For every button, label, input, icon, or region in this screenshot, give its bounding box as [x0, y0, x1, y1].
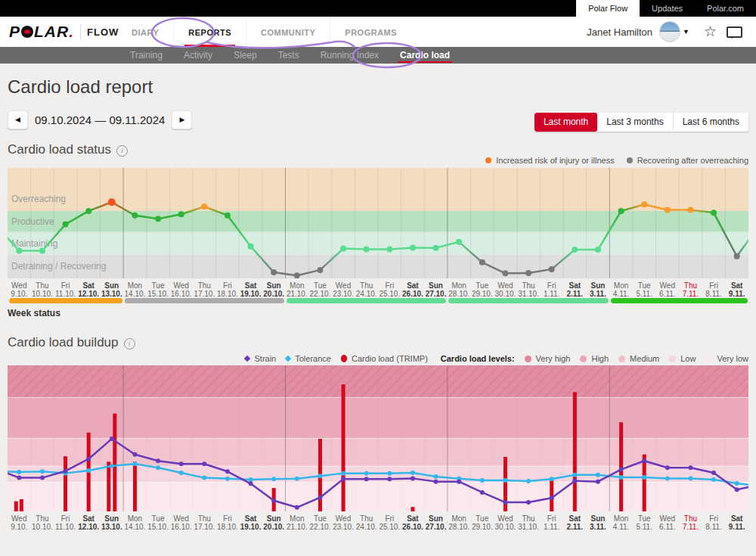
strain-point — [642, 458, 646, 463]
status-point — [16, 248, 22, 254]
subnav-item-training[interactable]: Training — [119, 47, 173, 64]
trimp-bar — [20, 499, 23, 511]
menu-item-community[interactable]: COMMUNITY — [246, 17, 330, 47]
day-label: Sat19.10. — [239, 281, 262, 298]
strain-point — [202, 461, 206, 466]
week-status-label: Week status — [8, 308, 60, 318]
subnav-item-tests[interactable]: Tests — [268, 47, 310, 64]
day-label: Sat26.10. — [401, 514, 424, 531]
day-label: Thu7.11. — [679, 281, 702, 298]
info-icon[interactable] — [124, 338, 135, 349]
subnav-item-cardio-load[interactable]: Cardio load — [389, 47, 460, 64]
status-point — [85, 208, 91, 214]
day-label: Tue29.10. — [470, 281, 494, 298]
week-status-bar — [9, 298, 122, 303]
strain-point — [550, 495, 554, 500]
band-label: Detraining / Recovering — [11, 261, 106, 272]
avatar[interactable] — [659, 21, 680, 42]
level-dot-icon — [580, 356, 587, 362]
day-label: Thu10.10. — [30, 281, 54, 298]
status-point — [572, 247, 578, 253]
menu-item-reports[interactable]: REPORTS — [173, 17, 246, 47]
status-point — [340, 246, 346, 252]
strain-point — [17, 476, 21, 480]
day-label: Sat2.11. — [563, 514, 587, 531]
legend-oval-icon — [341, 355, 347, 362]
day-label: Mon14.10. — [123, 514, 147, 531]
subnav-item-running-index[interactable]: Running Index — [310, 47, 389, 64]
chevron-down-icon: ▼ — [683, 28, 689, 36]
polar-logo[interactable]: PLAR. — [9, 23, 74, 41]
status-point — [456, 239, 462, 245]
level-legend-item: Low — [669, 354, 696, 363]
tolerance-point — [503, 478, 507, 483]
status-point — [687, 207, 693, 213]
strain-point — [711, 471, 716, 475]
day-label: Wed9.10. — [8, 281, 31, 298]
flow-label: FLOW — [87, 26, 119, 38]
next-period-button[interactable]: ▶ — [172, 110, 192, 129]
strain-point — [665, 465, 670, 470]
reports-subnav: Training Activity Sleep Tests Running In… — [0, 47, 756, 64]
site-tab-polar-flow[interactable]: Polar Flow — [576, 0, 640, 17]
logo-letter-p: P — [9, 23, 20, 40]
status-point — [248, 244, 254, 250]
day-label: Mon21.10. — [285, 514, 308, 531]
day-label: Sun13.10. — [100, 514, 123, 531]
last-3-months-button[interactable]: Last 3 months — [597, 113, 672, 132]
status-point — [665, 207, 671, 213]
strain-point — [735, 487, 739, 492]
menu-item-programs[interactable]: PROGRAMS — [330, 17, 411, 47]
day-label: Tue5.11. — [633, 514, 656, 531]
tolerance-point — [132, 461, 137, 466]
tolerance-point — [572, 473, 577, 477]
strain-point — [225, 469, 230, 474]
tolerance-point — [318, 474, 322, 478]
prev-period-button[interactable]: ◀ — [8, 110, 28, 129]
day-label: Sat9.11. — [725, 281, 748, 298]
strain-point — [110, 436, 114, 441]
menu-item-diary[interactable]: DIARY — [117, 17, 173, 47]
status-legend: Increased risk of injury or illnessRecov… — [485, 156, 748, 165]
day-label: Sat9.11. — [725, 514, 748, 531]
info-icon[interactable] — [116, 145, 128, 157]
day-label: Fri1.11. — [540, 281, 563, 298]
status-point — [479, 259, 485, 266]
strain-point — [619, 467, 624, 472]
day-label: Thu24.10. — [355, 514, 378, 531]
day-label: Thu10.10. — [30, 514, 54, 531]
day-label: Mon28.10. — [448, 281, 471, 298]
strain-point — [132, 452, 137, 457]
day-label: Wed6.11. — [655, 514, 679, 531]
strain-point — [457, 480, 461, 484]
trimp-bar — [113, 414, 116, 511]
tolerance-point — [434, 474, 438, 479]
band-label: Maintaining — [11, 238, 57, 249]
strain-point — [572, 479, 577, 483]
site-tab-updates[interactable]: Updates — [640, 0, 695, 17]
day-label: Fri8.11. — [702, 514, 726, 531]
last-6-months-button[interactable]: Last 6 months — [673, 113, 748, 132]
strain-point — [156, 458, 160, 463]
logo-letters-lar: LAR — [34, 23, 69, 40]
status-point — [734, 253, 740, 259]
legend-diamond-icon — [285, 356, 291, 362]
last-month-button[interactable]: Last month — [534, 113, 597, 132]
day-label: Fri1.11. — [540, 514, 563, 531]
tolerance-point — [550, 477, 554, 481]
day-label: Wed30.10. — [494, 514, 517, 531]
status-point — [178, 211, 184, 217]
day-label: Sat12.10. — [77, 514, 101, 531]
favorites-star-icon[interactable]: ☆ — [704, 23, 717, 40]
site-tab-polar-com[interactable]: Polar.com — [695, 0, 756, 17]
feedback-bubble-icon[interactable] — [727, 26, 742, 38]
subnav-item-sleep[interactable]: Sleep — [223, 47, 268, 64]
subnav-item-activity[interactable]: Activity — [173, 47, 223, 64]
tolerance-point — [225, 477, 230, 481]
day-label: Tue22.10. — [308, 514, 332, 531]
user-menu[interactable]: Janet Hamilton ▼ — [587, 17, 689, 47]
day-label: Sat26.10. — [401, 281, 424, 298]
legend-dot-icon — [627, 157, 633, 163]
strain-point — [434, 480, 438, 484]
day-label: Wed9.10. — [8, 514, 31, 531]
